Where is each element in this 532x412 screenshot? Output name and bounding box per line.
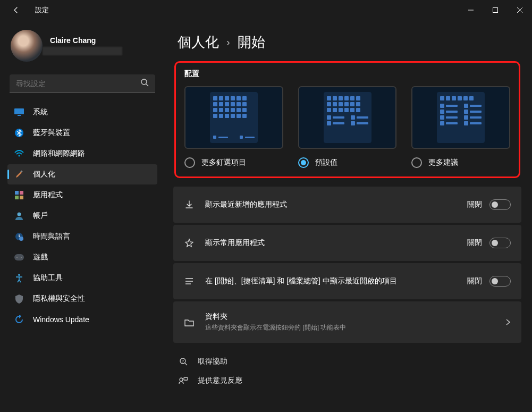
breadcrumb: 個人化 › 開始 [173,33,521,52]
svg-point-9 [19,155,20,157]
radio-icon[interactable] [411,157,422,168]
bluetooth-icon [14,128,24,138]
radio-row[interactable]: 更多釘選項目 [184,157,283,168]
setting-desc: 這些資料夾會顯示在電源按鈕旁的 [開始] 功能表中 [205,323,501,332]
svg-point-4 [141,79,147,85]
breadcrumb-parent[interactable]: 個人化 [178,33,219,52]
toggle-state: 關閉 [467,200,482,209]
toggle-switch[interactable] [489,199,511,210]
chevron-right-icon: › [226,36,230,48]
sidebar-item-brush[interactable]: 個人化 [7,164,157,184]
radio-row[interactable]: 預設值 [298,157,397,168]
sidebar-item-update[interactable]: Windows Update [7,309,157,330]
svg-rect-29 [184,377,188,380]
radio-icon[interactable] [184,157,195,168]
help-icon: ? [179,357,190,366]
chevron-right-icon [501,318,511,326]
layout-option-0[interactable]: 更多釘選項目 [184,86,283,168]
svg-point-15 [18,213,21,216]
toggle-state: 關閉 [467,276,482,286]
svg-rect-11 [15,191,19,195]
setting-row-star[interactable]: 顯示常用應用程式關閉 [173,225,521,261]
radio-icon[interactable] [298,157,309,168]
titlebar: 設定 [0,0,532,20]
nav-list: 系統藍牙與裝置網路和網際網路個人化應用程式帳戶時間與語言遊戲協助工具隱私權與安全… [6,102,158,330]
sidebar-item-time[interactable]: 時間與語言 [7,226,157,247]
profile[interactable]: Claire Chang [6,24,158,71]
sidebar-item-bluetooth[interactable]: 藍牙與裝置 [7,123,157,143]
layout-option-2[interactable]: 更多建議 [411,86,510,168]
layout-option-label: 預設值 [315,158,337,167]
download-icon [184,200,195,209]
accessibility-icon [14,273,24,283]
sidebar: Claire Chang 系統藍牙與裝置網路和網際網路個人化應用程式帳戶時間與語… [0,20,165,412]
feedback-icon [179,376,190,385]
sidebar-item-label: 網路和網際網路 [33,149,85,158]
sidebar-item-account[interactable]: 帳戶 [7,206,157,226]
folder-icon [184,318,195,326]
sidebar-item-shield[interactable]: 隱私權與安全性 [7,289,157,309]
avatar [11,30,43,62]
settings-rows: 顯示最近新增的應用程式關閉顯示常用應用程式關閉在 [開始]、[捷徑清單] 和 [… [173,187,521,343]
sidebar-item-label: 系統 [33,107,48,117]
svg-rect-6 [14,108,24,114]
brush-icon [14,169,24,180]
svg-rect-1 [493,8,498,13]
svg-line-26 [185,363,187,365]
toggle-state: 關閉 [467,238,482,248]
help-link[interactable]: ? 取得協助 [179,357,521,366]
account-icon [14,211,24,221]
layout-option-1[interactable]: 預設值 [298,86,397,168]
sidebar-item-label: 藍牙與裝置 [33,128,70,138]
setting-label: 顯示最近新增的應用程式 [205,200,467,209]
layout-preview [184,86,283,149]
sidebar-item-accessibility[interactable]: 協助工具 [7,268,157,288]
sidebar-item-label: 時間與語言 [33,232,70,241]
svg-text:?: ? [182,359,184,363]
svg-point-17 [19,237,23,241]
close-button[interactable] [508,2,532,19]
shield-icon [14,293,24,304]
radio-row[interactable]: 更多建議 [411,157,510,168]
game-icon [14,252,24,263]
sidebar-item-apps[interactable]: 應用程式 [7,185,157,205]
sidebar-item-wifi[interactable]: 網路和網際網路 [7,144,157,164]
search-box[interactable] [10,74,155,93]
layout-option-label: 更多釘選項目 [201,158,246,167]
svg-rect-13 [15,196,19,199]
sidebar-item-label: 帳戶 [33,211,48,221]
back-icon[interactable] [12,6,22,14]
maximize-button[interactable] [483,2,508,19]
svg-point-19 [16,257,18,258]
profile-email-redacted [43,47,122,55]
sidebar-item-label: 應用程式 [33,190,63,200]
minimize-button[interactable] [459,2,483,19]
sidebar-item-label: 個人化 [33,170,55,179]
layout-preview [298,86,397,149]
search-input[interactable] [16,79,140,88]
setting-label: 資料夾 [205,312,501,322]
toggle-switch[interactable] [489,238,511,248]
footer-links: ? 取得協助 提供意見反應 [179,357,521,385]
layout-preview [411,86,510,149]
toggle-switch[interactable] [489,276,511,287]
apps-icon [14,190,24,200]
layout-section-highlight: 配置 更多釘選項目預設值更多建議 [174,61,520,178]
star-icon [184,238,195,248]
setting-row-folder[interactable]: 資料夾這些資料夾會顯示在電源按鈕旁的 [開始] 功能表中 [173,301,521,343]
svg-rect-18 [14,254,24,260]
sidebar-item-monitor[interactable]: 系統 [7,102,157,122]
svg-point-21 [18,274,20,276]
setting-text: 在 [開始]、[捷徑清單] 和 [檔案總管] 中顯示最近開啟的項目 [205,276,467,286]
setting-row-list[interactable]: 在 [開始]、[捷徑清單] 和 [檔案總管] 中顯示最近開啟的項目關閉 [173,263,521,299]
feedback-link[interactable]: 提供意見反應 [179,376,521,385]
main-content: 個人化 › 開始 配置 更多釘選項目預設值更多建議 顯示最近新增的應用程式關閉顯… [165,20,532,412]
sidebar-item-game[interactable]: 遊戲 [7,247,157,267]
breadcrumb-current: 開始 [238,33,265,52]
setting-text: 顯示常用應用程式 [205,238,467,248]
setting-row-download[interactable]: 顯示最近新增的應用程式關閉 [173,187,521,223]
svg-line-5 [146,84,148,86]
layout-options: 更多釘選項目預設值更多建議 [184,86,510,168]
search-icon [140,78,149,88]
monitor-icon [14,107,24,117]
